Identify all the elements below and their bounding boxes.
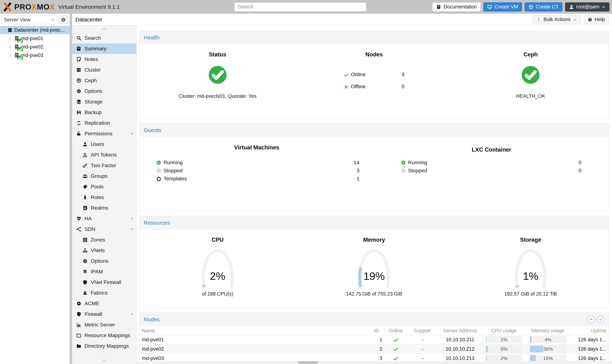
column-header-online[interactable]: Online (385, 327, 407, 334)
menu-item-resource-mappings[interactable]: Resource Mappings (72, 330, 136, 341)
create-vm-button[interactable]: Create VM (483, 2, 522, 12)
menu-item-label: Summary (84, 46, 107, 52)
menu-item-acme[interactable]: ACME (72, 298, 136, 309)
view-selector-combo[interactable]: Server View (1, 15, 57, 24)
chevron-up-icon (589, 317, 593, 322)
usage-bar-label: 16% (530, 355, 566, 362)
guest-count: 1 (357, 176, 360, 182)
resources-panel-title: Resources (144, 220, 170, 226)
panel-expand-down-button[interactable] (597, 316, 604, 323)
nodes-table-body: md-pve01 1 - 10.10.10.211 1% 4% 126 days… (139, 335, 609, 363)
menu-scroll-up[interactable] (72, 26, 136, 33)
table-row-md-pve02[interactable]: md-pve02 2 - 10.10.10.212 5% 36% 126 day… (139, 344, 609, 354)
table-row-md-pve01[interactable]: md-pve01 1 - 10.10.10.211 1% 4% 126 days… (139, 335, 609, 344)
chevron-down-icon (101, 357, 108, 364)
menu-item-label: Permissions (84, 131, 112, 137)
menu-item-label: Ceph (84, 78, 97, 83)
ring-icon (156, 177, 161, 182)
menu-item-options[interactable]: Options (72, 86, 136, 96)
caret-down-icon (130, 132, 134, 136)
bulk-actions-button[interactable]: Bulk Actions (533, 15, 581, 24)
panel-collapse-up-button[interactable] (587, 316, 595, 323)
user-menu-button[interactable]: root@pam (565, 2, 610, 12)
menu-item-two-factor[interactable]: Two Factor (72, 160, 136, 171)
usage-bar: 2% (486, 355, 522, 362)
tree-node-md-pve03[interactable]: md-pve03 (0, 51, 70, 60)
menu-item-sdn[interactable]: SDN (72, 224, 136, 234)
app-version: Virtual Environment 9.1.1 (58, 4, 120, 10)
app-header: PROXMOX Virtual Environment 9.1.1 Docume… (0, 0, 612, 14)
menu-item-storage[interactable]: Storage (72, 96, 136, 107)
scrollbar-thumb[interactable] (298, 362, 318, 364)
column-header-uptime[interactable]: Uptime (570, 327, 609, 334)
chevron-down-icon (601, 5, 606, 9)
node-online-badge-icon (17, 38, 21, 42)
view-selector-value: Server View (4, 17, 30, 23)
ceph-status-caption: HEALTH_OK (452, 93, 609, 99)
key-icon (82, 163, 88, 168)
menu-item-realms[interactable]: Realms (72, 203, 136, 213)
column-header-memory-usage[interactable]: Memory usage (526, 327, 570, 334)
menu-item-groups[interactable]: Groups (72, 171, 136, 182)
documentation-button[interactable]: Documentation (432, 2, 481, 12)
cell-name: md-pve02 (139, 346, 368, 352)
menu-item-ipam[interactable]: IPAM (72, 266, 136, 277)
menu-item-api-tokens[interactable]: API Tokens (72, 150, 136, 160)
menu-item-notes[interactable]: Notes (72, 54, 136, 65)
column-header-support[interactable]: Support (407, 327, 438, 334)
menu-item-label: Resource Mappings (84, 333, 130, 338)
menu-item-label: Roles (91, 195, 104, 200)
menu-item-label: Options (91, 258, 109, 264)
column-header-name[interactable]: Name (139, 327, 368, 334)
horizontal-scrollbar[interactable] (137, 361, 612, 364)
menu-item-vnets[interactable]: VNets (72, 245, 136, 256)
create-ct-button[interactable]: Create CT (525, 2, 562, 12)
menu-item-permissions[interactable]: Permissions (72, 128, 136, 139)
tree-settings-button[interactable] (59, 15, 68, 24)
menu-item-firewall[interactable]: Firewall (72, 309, 136, 320)
menu-item-label: IPAM (91, 269, 103, 275)
global-search-input[interactable] (234, 2, 366, 12)
panel-splitter[interactable] (70, 14, 72, 364)
menu-item-ceph[interactable]: Ceph (72, 75, 136, 86)
column-header-cpu-usage[interactable]: CPU usage (482, 327, 526, 334)
menu-item-search[interactable]: Search (72, 33, 136, 43)
menu-scroll-down[interactable] (72, 357, 136, 364)
gauge-heading: Storage (452, 236, 609, 243)
tree-node-datacenter[interactable]: Datacenter (md-pvec... (0, 26, 70, 34)
question-circle-icon (588, 17, 592, 22)
column-header-id[interactable]: ID (368, 327, 385, 334)
menu-item-label: Options (84, 88, 102, 94)
menu-item-roles[interactable]: Roles (72, 192, 136, 203)
menu-item-label: Two Factor (91, 163, 116, 169)
menu-item-users[interactable]: Users (72, 139, 136, 150)
guest-count: 0 (578, 160, 581, 166)
menu-item-label: Firewall (84, 311, 102, 317)
menu-item-vnet-firewall[interactable]: VNet Firewall (72, 277, 136, 288)
tree-node-md-pve01[interactable]: md-pve01 (0, 34, 70, 43)
column-header-server-address[interactable]: Server Address (438, 327, 482, 334)
menu-item-replication[interactable]: Replication (72, 118, 136, 128)
menu-item-directory-mappings[interactable]: Directory Mappings (72, 341, 136, 351)
template-icon (156, 176, 161, 182)
caret-right-icon (130, 217, 134, 221)
menu-item-pools[interactable]: Pools (72, 182, 136, 192)
menu-item-zones[interactable]: Zones (72, 234, 136, 245)
menu-item-backup[interactable]: Backup (72, 107, 136, 118)
health-node-label: Online (351, 72, 366, 78)
tree-node-label: Datacenter (md-pvec... (14, 27, 65, 33)
help-button[interactable]: Help (584, 15, 609, 24)
menu-item-options[interactable]: Options (72, 256, 136, 266)
help-label: Help (595, 17, 605, 22)
menu-item-metric-server[interactable]: Metric Server (72, 320, 136, 330)
menu-item-fabrics[interactable]: Fabrics (72, 288, 136, 298)
resource-tree-panel: Server View Datacenter (md-pvec... md-pv… (0, 14, 70, 364)
menu-item-ha[interactable]: HA (72, 213, 136, 224)
check-icon (393, 347, 398, 352)
chevron-down-icon (50, 18, 55, 22)
gauge-arc (510, 248, 551, 290)
tree-node-md-pve02[interactable]: md-pve02 (0, 43, 70, 51)
menu-item-cluster[interactable]: Cluster (72, 65, 136, 75)
guest-row: Running 14 (156, 158, 360, 167)
menu-item-summary[interactable]: Summary (72, 43, 136, 54)
